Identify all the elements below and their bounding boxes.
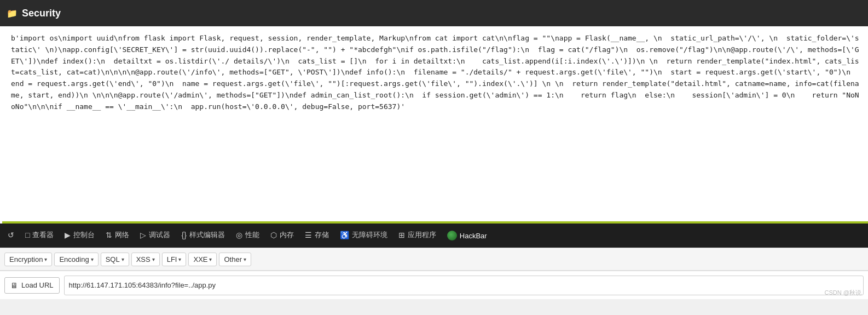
debugger-icon: ▷ (140, 231, 146, 239)
other-button[interactable]: Other ▾ (219, 253, 251, 266)
console-icon: ▶ (65, 231, 71, 239)
accessibility-icon: ♿ (340, 231, 349, 239)
devtools-network-label: 网络 (115, 230, 129, 240)
devtools-debugger-label: 调试器 (149, 230, 170, 240)
devtools-storage[interactable]: ☰ 存储 (299, 228, 334, 243)
inspector-icon: □ (25, 231, 30, 239)
load-url-label: Load URL (21, 281, 54, 289)
url-bar: 🖥 Load URL CSDN @秋说 (0, 271, 868, 299)
page-title: Security (22, 8, 61, 19)
devtools-bar: ↺ □ 查看器 ▶ 控制台 ⇅ 网络 ▷ 调试器 {} 样式编辑器 ◎ 性能 ⬡… (0, 224, 868, 248)
storage-icon: ☰ (305, 231, 312, 239)
other-dropdown-arrow: ▾ (244, 256, 246, 262)
devtools-inspector[interactable]: □ 查看器 (20, 228, 59, 243)
csdn-watermark: CSDN @秋说 (825, 289, 861, 297)
encoding-dropdown-arrow: ▾ (91, 256, 94, 262)
lfi-label: LFI (167, 255, 177, 264)
devtools-storage-label: 存储 (315, 230, 329, 240)
url-input[interactable] (64, 276, 864, 295)
devtools-accessibility-label: 无障碍环境 (352, 230, 387, 240)
hackbar-icon (447, 231, 457, 240)
devtools-application[interactable]: ⊞ 应用程序 (393, 228, 442, 243)
performance-icon: ◎ (236, 231, 242, 239)
devtools-memory[interactable]: ⬡ 内存 (265, 228, 299, 243)
encoding-label: Encoding (59, 255, 89, 264)
xss-label: XSS (136, 255, 151, 264)
devtools-hackbar[interactable]: HackBar (442, 228, 493, 243)
devtools-performance[interactable]: ◎ 性能 (230, 228, 265, 243)
devtools-console-label: 控制台 (73, 230, 95, 240)
xss-button[interactable]: XSS ▾ (131, 253, 160, 266)
xxe-label: XXE (193, 255, 207, 264)
devtools-performance-label: 性能 (245, 230, 259, 240)
devtools-application-label: 应用程序 (408, 230, 436, 240)
application-icon: ⊞ (398, 231, 405, 239)
style-editor-icon: {} (181, 231, 186, 239)
encryption-dropdown-arrow: ▾ (44, 256, 47, 262)
code-text: b'import os\nimport uuid\nfrom flask imp… (11, 33, 859, 113)
memory-icon: ⬡ (270, 231, 277, 239)
devtools-hackbar-label: HackBar (460, 232, 487, 240)
devtools-network[interactable]: ⇅ 网络 (100, 228, 135, 243)
folder-icon: 📁 (7, 8, 18, 19)
encryption-label: Encryption (9, 255, 43, 264)
devtools-console[interactable]: ▶ 控制台 (59, 228, 100, 243)
refresh-icon: ↺ (8, 231, 14, 239)
devtools-style-editor[interactable]: {} 样式编辑器 (176, 228, 230, 243)
load-url-button[interactable]: 🖥 Load URL (4, 277, 60, 294)
load-url-icon: 🖥 (10, 281, 18, 290)
sql-dropdown-arrow: ▾ (121, 256, 124, 262)
sql-label: SQL (106, 255, 120, 264)
devtools-debugger[interactable]: ▷ 调试器 (135, 228, 176, 243)
hackbar-toolbar: Encryption ▾ Encoding ▾ SQL ▾ XSS ▾ LFI … (0, 248, 868, 271)
lfi-button[interactable]: LFI ▾ (162, 253, 187, 266)
encryption-button[interactable]: Encryption ▾ (4, 253, 52, 266)
lfi-dropdown-arrow: ▾ (178, 256, 181, 262)
xxe-dropdown-arrow: ▾ (209, 256, 212, 262)
network-icon: ⇅ (106, 231, 112, 239)
code-bottom-bar (2, 221, 868, 224)
title-bar: 📁 Security (0, 0, 868, 26)
sql-button[interactable]: SQL ▾ (101, 253, 129, 266)
code-content-area: b'import os\nimport uuid\nfrom flask imp… (0, 26, 868, 224)
devtools-style-editor-label: 样式编辑器 (189, 230, 225, 240)
encoding-button[interactable]: Encoding ▾ (54, 253, 98, 266)
devtools-accessibility[interactable]: ♿ 无障碍环境 (334, 228, 393, 243)
xss-dropdown-arrow: ▾ (152, 256, 155, 262)
other-label: Other (224, 255, 242, 264)
devtools-inspector-label: 查看器 (32, 230, 54, 240)
xxe-button[interactable]: XXE ▾ (188, 253, 217, 266)
devtools-refresh[interactable]: ↺ (2, 228, 20, 243)
devtools-memory-label: 内存 (280, 230, 294, 240)
